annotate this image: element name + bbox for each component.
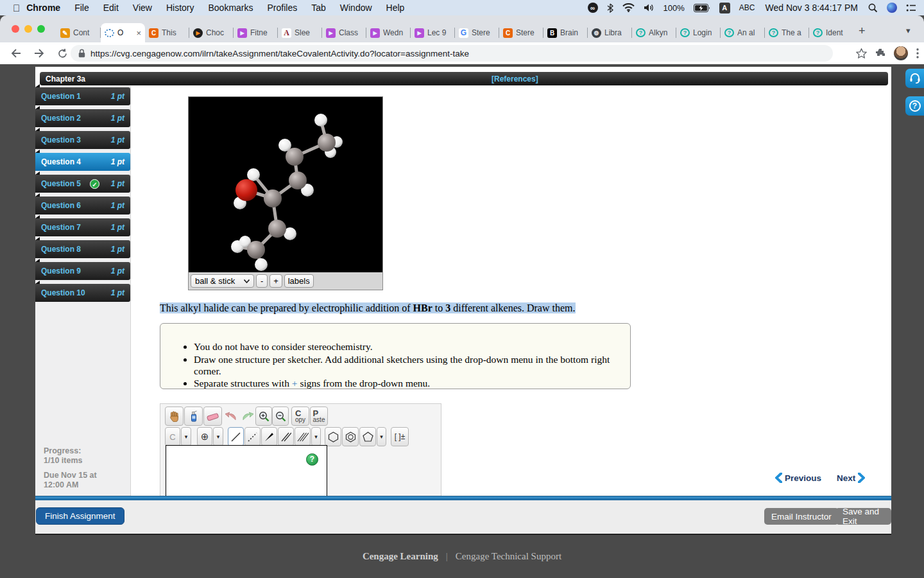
menu-item-tab[interactable]: Tab (311, 3, 326, 13)
scroll-divider-bar[interactable] (35, 496, 891, 500)
sidebar-question-9[interactable]: Question 91 pt (35, 262, 130, 280)
save-and-exit-button[interactable]: Save and Exit (835, 508, 891, 525)
apple-menu-icon[interactable]:  (13, 3, 20, 13)
volume-icon[interactable] (644, 3, 654, 12)
bracket-charge-tool[interactable]: [ ]± (391, 427, 409, 446)
browser-tab-18[interactable]: ?Ident (809, 23, 853, 42)
close-window-button[interactable] (12, 25, 19, 33)
spotlight-icon[interactable] (868, 3, 878, 13)
browser-tab-12[interactable]: BBrain (543, 23, 588, 42)
benzene-tool[interactable] (342, 427, 359, 446)
menu-item-profiles[interactable]: Profiles (268, 3, 298, 13)
bond-dropdown[interactable]: ▾ (311, 427, 321, 446)
cyclopentane-tool[interactable] (359, 427, 376, 446)
help-button[interactable]: ? (905, 96, 924, 116)
browser-tab-10[interactable]: GStere (455, 23, 499, 42)
finish-assignment-button[interactable]: Finish Assignment (36, 507, 124, 525)
ring-dropdown[interactable]: ▾ (377, 427, 386, 446)
browser-tab-2[interactable]: O× (101, 23, 145, 42)
browser-tab-9[interactable]: ▶Lec 9 (411, 23, 455, 42)
browser-tab-6[interactable]: ASlee (278, 23, 322, 42)
footer-support-link[interactable]: Cengage Technical Support (456, 551, 561, 562)
element-dropdown[interactable]: ▾ (181, 427, 191, 446)
sidebar-question-7[interactable]: Question 71 pt (35, 218, 130, 236)
input-source-icon[interactable]: A (719, 3, 730, 13)
browser-tab-1[interactable]: ✎Cont (56, 23, 101, 42)
menu-item-view[interactable]: View (133, 3, 152, 13)
control-center-icon[interactable] (906, 4, 916, 12)
tab-search-chevron-icon[interactable]: ▾ (906, 26, 911, 35)
bookmark-star-icon[interactable] (856, 48, 867, 58)
browser-tab-17[interactable]: ?The a (765, 23, 809, 42)
browser-tab-4[interactable]: ▶Choc (189, 23, 234, 42)
render-mode-select[interactable]: ball & stick (191, 274, 254, 288)
browser-tab-15[interactable]: ?Login (676, 23, 721, 42)
sketcher-help-button[interactable]: ? (306, 453, 318, 466)
dashed-bond-tool[interactable] (244, 427, 261, 446)
sidebar-question-8[interactable]: Question 81 pt (35, 240, 130, 258)
creative-cloud-icon[interactable]: ∞ (588, 3, 598, 13)
chrome-menu-icon[interactable] (916, 48, 919, 58)
zoom-in-tool[interactable] (255, 407, 272, 426)
menu-item-file[interactable]: File (74, 3, 89, 13)
sidebar-question-10[interactable]: Question 101 pt (35, 284, 130, 302)
profile-avatar[interactable] (894, 46, 908, 60)
browser-tab-8[interactable]: ▶Wedn (366, 23, 411, 42)
charge-tool[interactable]: ⊕ (197, 427, 212, 446)
labels-button[interactable]: labels (284, 274, 314, 288)
double-bond-tool[interactable] (278, 427, 294, 446)
zoom-in-button[interactable]: + (270, 274, 282, 288)
new-tab-button[interactable]: + (859, 24, 866, 38)
zoom-out-tool[interactable] (272, 407, 289, 426)
browser-tab-13[interactable]: ◍Libra (588, 23, 632, 42)
wedge-bond-tool[interactable] (261, 427, 277, 446)
drawing-canvas[interactable]: ? (166, 445, 327, 496)
paste-button[interactable]: Paste (310, 407, 328, 426)
next-button[interactable]: Next (837, 472, 865, 484)
wifi-icon[interactable] (622, 3, 635, 12)
menu-item-chrome[interactable]: Chrome (26, 3, 60, 13)
sidebar-question-6[interactable]: Question 61 pt (35, 197, 130, 215)
redo-button[interactable] (239, 407, 256, 426)
triple-bond-tool[interactable] (295, 427, 311, 446)
menu-item-edit[interactable]: Edit (103, 3, 119, 13)
sidebar-question-4[interactable]: Question 41 pt (35, 153, 130, 171)
menu-item-history[interactable]: History (166, 3, 194, 13)
browser-tab-7[interactable]: ▶Class (322, 23, 366, 42)
undo-button[interactable] (223, 407, 239, 426)
copy-button[interactable]: Copy (291, 407, 309, 426)
charge-dropdown[interactable]: ▾ (213, 427, 223, 446)
browser-tab-5[interactable]: ▶Fitne (234, 23, 278, 42)
eraser-tool[interactable] (203, 407, 222, 426)
minimize-window-button[interactable] (24, 25, 32, 33)
molecule-viewer[interactable]: ball & stick - + labels (188, 96, 383, 290)
sidebar-question-5[interactable]: Question 5✓1 pt (35, 175, 130, 193)
sidebar-question-1[interactable]: Question 11 pt (35, 87, 130, 105)
cyclohexane-tool[interactable] (325, 427, 341, 446)
clean-tool[interactable] (184, 407, 203, 426)
zoom-out-button[interactable]: - (256, 274, 268, 288)
reload-button[interactable] (55, 48, 69, 59)
sidebar-question-3[interactable]: Question 31 pt (35, 131, 130, 149)
menu-item-help[interactable]: Help (386, 3, 405, 13)
browser-tab-11[interactable]: CStere (499, 23, 543, 42)
bluetooth-icon[interactable] (607, 3, 613, 13)
tab-close-icon[interactable]: × (136, 28, 141, 38)
browser-tab-3[interactable]: CThis (145, 23, 189, 42)
live-support-button[interactable] (905, 69, 924, 88)
previous-button[interactable]: Previous (775, 472, 821, 484)
references-link[interactable]: [References] (492, 74, 538, 83)
hand-tool[interactable] (165, 407, 184, 426)
single-bond-tool[interactable] (228, 427, 244, 446)
sidebar-question-2[interactable]: Question 21 pt (35, 109, 130, 127)
address-bar[interactable]: https://cvg.cengagenow.com/ilrn/takeAssi… (71, 45, 833, 62)
email-instructor-button[interactable]: Email Instructor (764, 508, 839, 525)
forward-button[interactable] (32, 48, 46, 58)
menu-item-window[interactable]: Window (340, 3, 372, 13)
browser-tab-14[interactable]: ?Alkyn (632, 23, 676, 42)
browser-tab-16[interactable]: ?An al (721, 23, 765, 42)
back-button[interactable] (9, 48, 23, 58)
element-tool[interactable]: C (165, 427, 180, 446)
extensions-icon[interactable] (875, 48, 886, 58)
menu-item-bookmarks[interactable]: Bookmarks (209, 3, 253, 13)
